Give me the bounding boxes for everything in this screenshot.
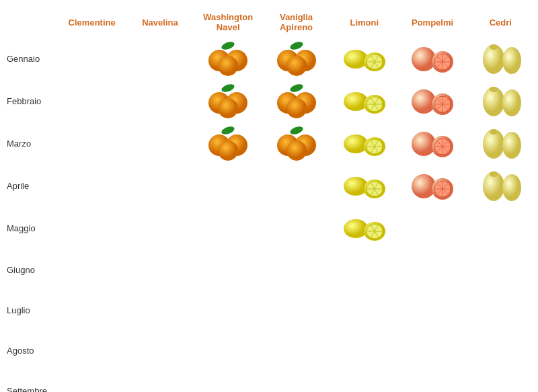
cell-empty: [262, 370, 330, 392]
cell-empty: [398, 207, 466, 249]
month-label: Febbraio: [3, 80, 58, 122]
cell-empty: [58, 80, 126, 122]
svg-point-116: [344, 219, 368, 238]
cell-empty: [467, 249, 535, 290]
cell-empty: [58, 122, 126, 165]
table-row: Giugno: [3, 249, 535, 290]
cell-orange: [262, 122, 330, 165]
table-row: Luglio: [3, 290, 535, 330]
fruit-calendar: Clementine Navelina Washington Navel Van…: [3, 7, 535, 392]
table-row: Marzo: [3, 122, 535, 165]
vaniglia-header: Vaniglia Apireno: [262, 7, 330, 38]
cell-empty: [194, 330, 262, 370]
cell-cedro: [467, 38, 535, 80]
cell-cedro: [467, 165, 535, 207]
month-label: Giugno: [3, 249, 58, 290]
svg-point-70: [344, 134, 368, 153]
svg-point-93: [344, 177, 368, 196]
cell-empty: [58, 249, 126, 290]
month-label: Agosto: [3, 330, 58, 370]
cell-lemon: [330, 207, 398, 249]
cell-empty: [330, 290, 398, 330]
cell-empty: [194, 165, 262, 207]
cell-empty: [58, 290, 126, 330]
svg-point-115: [490, 171, 498, 177]
cell-empty: [58, 165, 126, 207]
cell-empty: [58, 330, 126, 370]
cell-empty: [467, 207, 535, 249]
cell-empty: [398, 249, 466, 290]
cell-empty: [58, 38, 126, 80]
svg-point-38: [286, 98, 307, 118]
cell-lemon: [330, 38, 398, 80]
cell-empty: [262, 290, 330, 330]
cell-empty: [330, 330, 398, 370]
svg-point-39: [344, 92, 368, 111]
svg-point-66: [289, 125, 303, 136]
cell-pompelmo: [398, 38, 466, 80]
cell-empty: [467, 330, 535, 370]
month-label: Marzo: [3, 122, 58, 165]
month-label: Maggio: [3, 207, 58, 249]
cell-empty: [262, 165, 330, 207]
table-row: Agosto: [3, 330, 535, 370]
svg-point-69: [286, 141, 307, 161]
cell-empty: [194, 249, 262, 290]
cell-empty: [126, 122, 194, 165]
cell-orange: [262, 80, 330, 122]
table-row: Maggio: [3, 207, 535, 249]
cell-empty: [126, 249, 194, 290]
svg-point-61: [490, 87, 498, 92]
cell-empty: [126, 80, 194, 122]
cell-empty: [398, 290, 466, 330]
month-label: Luglio: [3, 290, 58, 330]
cell-pompelmo: [398, 122, 466, 165]
cell-orange: [262, 38, 330, 80]
cell-empty: [262, 207, 330, 249]
cell-empty: [58, 207, 126, 249]
month-column-header: [3, 7, 58, 38]
cell-empty: [126, 165, 194, 207]
cell-orange: [194, 122, 262, 165]
month-label: Settembre: [3, 370, 58, 392]
month-label: Aprile: [3, 165, 58, 207]
cell-pompelmo: [398, 165, 466, 207]
svg-point-65: [218, 141, 238, 161]
svg-point-4: [289, 40, 303, 51]
cell-empty: [467, 370, 535, 392]
clementine-header: Clementine: [58, 7, 126, 38]
cell-empty: [398, 370, 466, 392]
cell-empty: [194, 207, 262, 249]
svg-point-60: [502, 89, 521, 116]
cell-empty: [126, 370, 194, 392]
cedri-header: Cedri: [467, 7, 535, 38]
svg-point-29: [502, 47, 521, 74]
svg-point-3: [218, 56, 238, 76]
svg-point-7: [286, 56, 307, 76]
washington-header: Washington Navel: [194, 7, 262, 38]
svg-point-91: [502, 132, 521, 159]
svg-point-34: [218, 98, 238, 118]
cell-empty: [330, 249, 398, 290]
cell-lemon: [330, 122, 398, 165]
cell-empty: [126, 290, 194, 330]
cell-orange: [194, 38, 262, 80]
svg-point-30: [490, 44, 498, 50]
cell-empty: [262, 330, 330, 370]
svg-point-62: [221, 125, 235, 136]
cell-empty: [126, 330, 194, 370]
navelina-header: Navelina: [126, 7, 194, 38]
cell-empty: [398, 330, 466, 370]
table-row: Settembre: [3, 370, 535, 392]
month-label: Gennaio: [3, 38, 58, 80]
svg-point-8: [344, 50, 368, 69]
cell-empty: [330, 370, 398, 392]
svg-point-92: [490, 129, 498, 134]
cell-empty: [126, 38, 194, 80]
cell-pompelmo: [398, 80, 466, 122]
pompelmi-header: Pompelmi: [398, 7, 466, 38]
cell-lemon: [330, 165, 398, 207]
svg-point-31: [221, 83, 235, 93]
cell-orange: [194, 80, 262, 122]
table-row: Gennaio: [3, 38, 535, 80]
